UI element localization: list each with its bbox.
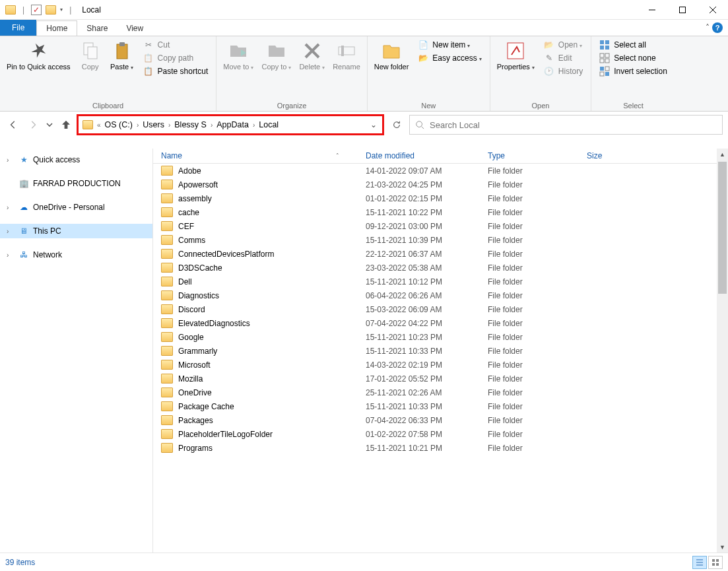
crumb-appdata[interactable]: AppData xyxy=(214,120,251,129)
file-row[interactable]: PlaceholderTileLogoFolder01-02-2022 07:5… xyxy=(153,427,728,441)
collapse-ribbon-icon[interactable]: ˄ xyxy=(706,23,710,32)
file-row[interactable]: Dell15-11-2021 10:12 PMFile folder xyxy=(153,275,728,288)
qat-folder-icon[interactable] xyxy=(46,5,56,15)
file-name: OneDrive xyxy=(178,388,212,397)
copy-path-button[interactable]: 📋Copy path xyxy=(141,52,211,64)
copy-to-button[interactable]: Copy to xyxy=(257,38,295,74)
chevron-icon[interactable]: › xyxy=(135,121,140,129)
move-to-button[interactable]: Move to xyxy=(219,38,257,74)
easy-access-button[interactable]: 📂Easy access xyxy=(415,52,484,64)
cut-button[interactable]: ✂Cut xyxy=(141,39,211,51)
forward-button[interactable] xyxy=(25,117,41,133)
file-type: File folder xyxy=(488,291,587,300)
file-name: Dell xyxy=(178,277,192,286)
help-icon[interactable]: ? xyxy=(712,22,723,33)
column-type[interactable]: Type xyxy=(488,151,587,160)
select-none-button[interactable]: Select none xyxy=(597,52,670,64)
invert-selection-button[interactable]: Invert selection xyxy=(597,65,670,77)
file-row[interactable]: CEF09-12-2021 03:00 PMFile folder xyxy=(153,219,728,233)
file-row[interactable]: assembly01-01-2022 02:15 PMFile folder xyxy=(153,191,728,205)
tree-this-pc[interactable]: ›🖥This PC xyxy=(0,224,152,238)
crumb-users[interactable]: Users xyxy=(140,120,167,129)
file-row[interactable]: Apowersoft21-03-2022 04:25 PMFile folder xyxy=(153,178,728,191)
tree-quick-access[interactable]: ›★Quick access xyxy=(0,152,152,167)
file-list[interactable]: Adobe14-01-2022 09:07 AMFile folderApowe… xyxy=(153,164,728,553)
new-item-button[interactable]: 📄New item xyxy=(415,39,484,51)
chevron-icon[interactable]: › xyxy=(167,121,172,129)
file-row[interactable]: Adobe14-01-2022 09:07 AMFile folder xyxy=(153,164,728,178)
file-row[interactable]: Comms15-11-2021 10:39 PMFile folder xyxy=(153,233,728,247)
paste-shortcut-button[interactable]: 📋Paste shortcut xyxy=(141,65,211,77)
details-view-button[interactable] xyxy=(692,556,707,569)
file-row[interactable]: Packages07-04-2022 06:33 PMFile folder xyxy=(153,413,728,427)
svg-rect-14 xyxy=(605,40,609,44)
tab-file[interactable]: File xyxy=(0,20,36,36)
properties-button[interactable]: Properties xyxy=(493,38,539,74)
file-row[interactable]: Mozilla17-01-2022 05:52 PMFile folder xyxy=(153,372,728,386)
address-bar[interactable]: « OS (C:) › Users › Blessy S › AppData ›… xyxy=(77,114,384,135)
search-input[interactable] xyxy=(430,120,717,130)
crumb-local[interactable]: Local xyxy=(256,120,281,129)
scroll-down-icon[interactable]: ▼ xyxy=(717,541,728,553)
file-row[interactable]: Discord15-03-2022 06:09 AMFile folder xyxy=(153,302,728,316)
qat-dropdown-icon[interactable]: ▾ xyxy=(60,7,63,13)
file-name: Microsoft xyxy=(178,360,211,370)
back-button[interactable] xyxy=(5,117,21,133)
refresh-button[interactable] xyxy=(387,115,407,135)
folder-icon xyxy=(161,332,173,342)
file-type: File folder xyxy=(488,374,587,384)
file-row[interactable]: Programs15-11-2021 10:21 PMFile folder xyxy=(153,441,728,455)
copy-button[interactable]: Copy xyxy=(75,38,106,74)
edit-button[interactable]: ✎Edit xyxy=(541,52,585,64)
file-row[interactable]: Grammarly15-11-2021 10:33 PMFile folder xyxy=(153,344,728,358)
minimize-button[interactable] xyxy=(637,0,667,20)
recent-dropdown[interactable] xyxy=(45,117,54,133)
history-button[interactable]: 🕑History xyxy=(541,65,585,77)
column-date[interactable]: Date modified xyxy=(366,151,488,160)
file-row[interactable]: Microsoft14-03-2022 02:19 PMFile folder xyxy=(153,358,728,372)
file-type: File folder xyxy=(488,263,587,273)
column-size[interactable]: Size xyxy=(587,151,728,160)
file-row[interactable]: ElevatedDiagnostics07-04-2022 04:22 PMFi… xyxy=(153,316,728,330)
tree-network[interactable]: ›🖧Network xyxy=(0,248,152,262)
select-all-button[interactable]: Select all xyxy=(597,39,670,51)
file-row[interactable]: ConnectedDevicesPlatform22-12-2021 06:37… xyxy=(153,247,728,261)
pin-quick-access-button[interactable]: Pin to Quick access xyxy=(3,38,75,74)
tree-onedrive[interactable]: ›☁OneDrive - Personal xyxy=(0,200,152,215)
qat-checkbox-icon[interactable]: ✓ xyxy=(31,5,42,15)
chevron-icon[interactable]: « xyxy=(96,121,102,129)
tab-view[interactable]: View xyxy=(117,21,152,36)
copy-to-icon xyxy=(266,40,287,61)
crumb-root-icon[interactable] xyxy=(79,120,96,129)
file-name: Diagnostics xyxy=(178,291,219,300)
vertical-scrollbar[interactable]: ▲ ▼ xyxy=(717,149,728,553)
maximize-button[interactable] xyxy=(667,0,698,20)
rename-button[interactable]: Rename xyxy=(329,38,364,74)
new-folder-button[interactable]: New folder xyxy=(370,38,413,74)
folder-icon xyxy=(161,415,173,425)
crumb-os[interactable]: OS (C:) xyxy=(102,120,135,129)
address-dropdown-icon[interactable]: ⌄ xyxy=(365,120,382,129)
delete-button[interactable]: Delete xyxy=(295,38,329,74)
tree-farrad[interactable]: 🏢FARRAD PRODUCTION xyxy=(0,176,152,191)
file-row[interactable]: cache15-11-2021 10:22 PMFile folder xyxy=(153,205,728,219)
tab-home[interactable]: Home xyxy=(36,20,77,36)
scroll-thumb[interactable] xyxy=(718,162,727,294)
file-row[interactable]: Diagnostics06-04-2022 06:26 AMFile folde… xyxy=(153,288,728,302)
open-button[interactable]: 📂Open xyxy=(541,39,585,51)
chevron-icon[interactable]: › xyxy=(251,121,256,129)
search-box[interactable] xyxy=(409,115,723,135)
tab-share[interactable]: Share xyxy=(77,21,117,36)
paste-button[interactable]: Paste xyxy=(106,38,138,74)
file-row[interactable]: Package Cache15-11-2021 10:33 PMFile fol… xyxy=(153,399,728,413)
chevron-icon[interactable]: › xyxy=(209,121,214,129)
file-row[interactable]: D3DSCache23-03-2022 05:38 AMFile folder xyxy=(153,261,728,275)
close-button[interactable] xyxy=(698,0,728,20)
scroll-up-icon[interactable]: ▲ xyxy=(717,149,728,160)
column-name[interactable]: Name˄ xyxy=(153,151,366,160)
large-icons-view-button[interactable] xyxy=(708,556,723,569)
file-row[interactable]: Google15-11-2021 10:23 PMFile folder xyxy=(153,330,728,344)
crumb-user[interactable]: Blessy S xyxy=(172,120,209,129)
file-row[interactable]: OneDrive25-11-2021 02:26 AMFile folder xyxy=(153,386,728,399)
up-button[interactable] xyxy=(58,117,74,133)
